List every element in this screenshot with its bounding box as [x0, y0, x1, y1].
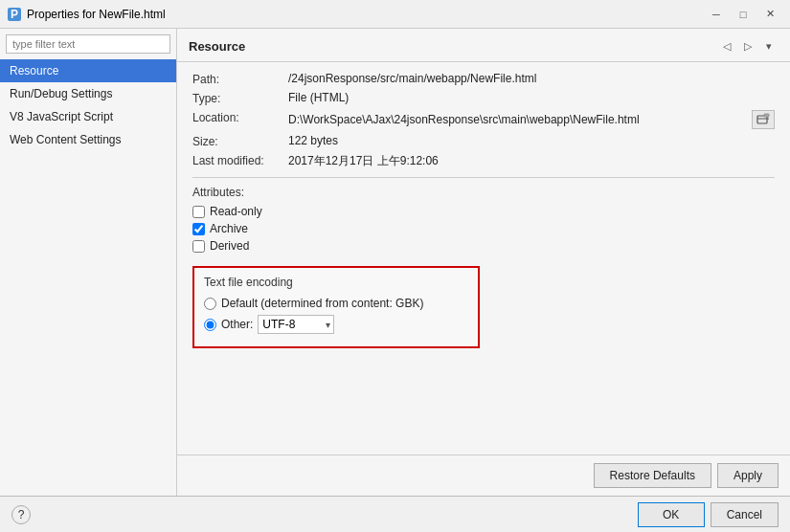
- properties-area: Path: /24jsonResponse/src/main/webapp/Ne…: [177, 62, 790, 454]
- last-modified-row: Last modified: 2017年12月17日 上午9:12:06: [192, 153, 775, 169]
- apply-button[interactable]: Apply: [717, 463, 779, 488]
- location-value-container: D:\WorkSpace\AJax\24jsonResponse\src\mai…: [288, 110, 775, 129]
- encoding-title: Text file encoding: [204, 276, 468, 289]
- sidebar-item-v8-javascript[interactable]: V8 JavaScript Script: [0, 105, 176, 128]
- nav-arrows: ◁ ▷ ▾: [717, 36, 779, 55]
- readonly-label[interactable]: Read-only: [210, 205, 262, 218]
- default-encoding-radio[interactable]: [204, 298, 216, 310]
- restore-defaults-button[interactable]: Restore Defaults: [594, 463, 711, 488]
- type-value: File (HTML): [288, 91, 775, 104]
- nav-back-button[interactable]: ◁: [717, 36, 736, 55]
- type-row: Type: File (HTML): [192, 91, 775, 105]
- sidebar-items: Resource Run/Debug Settings V8 JavaScrip…: [0, 59, 176, 151]
- help-button[interactable]: ?: [11, 505, 31, 524]
- type-label: Type:: [192, 91, 288, 105]
- other-encoding-row: Other: UTF-8 GBK ISO-8859-1 UTF-16: [204, 315, 468, 334]
- close-button[interactable]: ✕: [757, 5, 782, 24]
- readonly-checkbox[interactable]: [192, 206, 205, 218]
- nav-forward-button[interactable]: ▷: [738, 36, 757, 55]
- size-value: 122 bytes: [288, 134, 775, 147]
- bottom-buttons: Restore Defaults Apply: [177, 454, 790, 496]
- footer-buttons: OK Cancel: [638, 502, 779, 527]
- archive-label[interactable]: Archive: [210, 222, 248, 235]
- encoding-select-wrapper: UTF-8 GBK ISO-8859-1 UTF-16: [258, 315, 334, 334]
- dialog-footer: ? OK Cancel: [0, 496, 790, 532]
- default-encoding-label[interactable]: Default (determined from content: GBK): [221, 297, 423, 310]
- derived-checkbox[interactable]: [192, 240, 205, 253]
- title-bar: P Properties for NewFile.html ─ □ ✕: [0, 0, 790, 29]
- location-row: Location: D:\WorkSpace\AJax\24jsonRespon…: [192, 110, 775, 129]
- path-value: /24jsonResponse/src/main/webapp/NewFile.…: [288, 72, 775, 85]
- ok-button[interactable]: OK: [638, 502, 705, 527]
- size-row: Size: 122 bytes: [192, 134, 775, 148]
- maximize-button[interactable]: □: [731, 5, 756, 24]
- title-bar-controls: ─ □ ✕: [704, 5, 782, 24]
- sidebar-item-run-debug[interactable]: Run/Debug Settings: [0, 82, 176, 105]
- attributes-label: Attributes:: [192, 186, 775, 199]
- panel-title: Resource: [189, 39, 245, 54]
- path-row: Path: /24jsonResponse/src/main/webapp/Ne…: [192, 72, 775, 86]
- right-header: Resource ◁ ▷ ▾: [177, 29, 790, 62]
- last-modified-value: 2017年12月17日 上午9:12:06: [288, 153, 775, 169]
- derived-row: Derived: [192, 239, 775, 253]
- archive-checkbox[interactable]: [192, 223, 205, 235]
- other-encoding-radio[interactable]: [204, 319, 216, 331]
- default-encoding-row: Default (determined from content: GBK): [204, 297, 468, 310]
- sidebar: Resource Run/Debug Settings V8 JavaScrip…: [0, 29, 177, 496]
- last-modified-label: Last modified:: [192, 153, 288, 167]
- other-encoding-label[interactable]: Other:: [221, 318, 253, 331]
- browse-icon: [756, 113, 770, 126]
- encoding-section: Text file encoding Default (determined f…: [192, 266, 480, 348]
- readonly-row: Read-only: [192, 205, 775, 218]
- right-panel: Resource ◁ ▷ ▾ Path: /24jsonResponse/src…: [177, 29, 790, 496]
- minimize-button[interactable]: ─: [704, 5, 729, 24]
- encoding-select[interactable]: UTF-8 GBK ISO-8859-1 UTF-16: [258, 315, 334, 334]
- location-browse-button[interactable]: [752, 110, 775, 129]
- main-content: Resource Run/Debug Settings V8 JavaScrip…: [0, 29, 790, 496]
- sidebar-item-web-content[interactable]: Web Content Settings: [0, 128, 176, 151]
- svg-rect-1: [764, 114, 769, 117]
- archive-row: Archive: [192, 222, 775, 235]
- filter-input[interactable]: [6, 34, 170, 54]
- path-label: Path:: [192, 72, 288, 86]
- title-bar-left: P Properties for NewFile.html: [8, 8, 166, 21]
- location-label: Location:: [192, 110, 288, 124]
- title-bar-title: Properties for NewFile.html: [27, 8, 166, 21]
- derived-label[interactable]: Derived: [210, 239, 249, 253]
- separator: [192, 177, 775, 178]
- nav-dropdown-button[interactable]: ▾: [759, 36, 779, 55]
- app-icon: P: [8, 8, 21, 21]
- cancel-button[interactable]: Cancel: [711, 502, 779, 527]
- size-label: Size:: [192, 134, 288, 148]
- location-value: D:\WorkSpace\AJax\24jsonResponse\src\mai…: [288, 113, 746, 126]
- sidebar-item-resource[interactable]: Resource: [0, 59, 176, 82]
